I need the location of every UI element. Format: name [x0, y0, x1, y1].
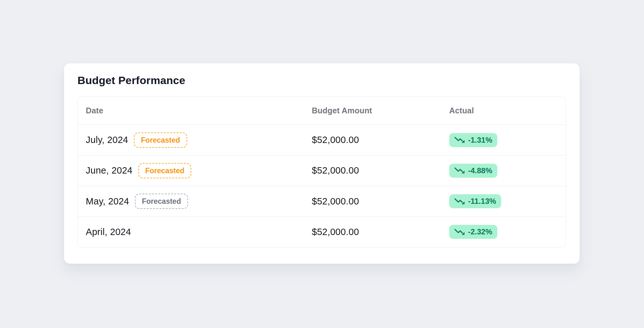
column-header-date: Date: [86, 106, 312, 115]
delta-value: -2.32%: [468, 228, 492, 236]
table-row: June, 2024 Forecasted $52,000.00 -4.88%: [78, 155, 566, 186]
delta-badge: -1.31%: [449, 133, 497, 147]
trending-down-icon: [454, 136, 465, 144]
actual-cell: -4.88%: [449, 164, 566, 178]
column-header-actual: Actual: [449, 106, 566, 115]
actual-cell: -1.31%: [449, 133, 566, 147]
date-label: June, 2024: [86, 165, 133, 176]
budget-table: Date Budget Amount Actual July, 2024 For…: [77, 96, 566, 247]
delta-badge: -11.13%: [449, 194, 501, 208]
column-header-budget-amount: Budget Amount: [312, 106, 449, 115]
delta-badge: -4.88%: [449, 164, 497, 178]
date-cell: April, 2024: [86, 227, 312, 237]
forecasted-badge: Forecasted: [134, 132, 187, 148]
date-label: May, 2024: [86, 196, 129, 207]
budget-amount-cell: $52,000.00: [312, 165, 449, 176]
trending-down-icon: [454, 198, 465, 205]
date-cell: May, 2024 Forecasted: [86, 194, 312, 209]
table-header-row: Date Budget Amount Actual: [78, 97, 566, 125]
table-row: July, 2024 Forecasted $52,000.00 -1.31%: [78, 125, 566, 155]
page-title: Budget Performance: [77, 74, 185, 87]
budget-amount-cell: $52,000.00: [312, 135, 449, 145]
budget-amount-cell: $52,000.00: [312, 196, 449, 207]
date-cell: June, 2024 Forecasted: [86, 163, 312, 178]
date-label: April, 2024: [86, 227, 131, 237]
actual-cell: -2.32%: [449, 225, 566, 239]
delta-badge: -2.32%: [449, 225, 497, 239]
table-row: May, 2024 Forecasted $52,000.00 -11.13%: [78, 186, 566, 217]
trending-down-icon: [454, 167, 465, 174]
budget-amount-cell: $52,000.00: [312, 227, 449, 237]
forecasted-badge: Forecasted: [135, 194, 188, 209]
actual-cell: -11.13%: [449, 194, 566, 208]
trending-down-icon: [454, 228, 465, 236]
table-body: July, 2024 Forecasted $52,000.00 -1.31% …: [78, 125, 566, 247]
budget-performance-card: Budget Performance Date Budget Amount Ac…: [64, 63, 580, 264]
table-row: April, 2024 $52,000.00 -2.32%: [78, 217, 566, 247]
date-label: July, 2024: [86, 135, 128, 145]
delta-value: -11.13%: [468, 197, 496, 205]
forecasted-badge: Forecasted: [138, 163, 192, 178]
date-cell: July, 2024 Forecasted: [86, 132, 312, 148]
delta-value: -4.88%: [468, 167, 492, 175]
delta-value: -1.31%: [468, 136, 492, 144]
